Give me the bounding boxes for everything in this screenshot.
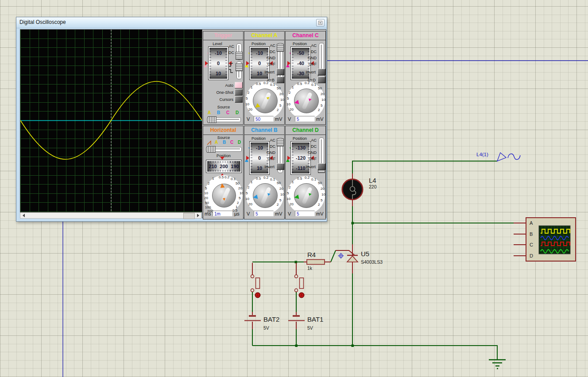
bat1-ref: BAT1 xyxy=(307,315,323,323)
bat1-value: 5V xyxy=(307,325,313,331)
gnd-label: GND xyxy=(258,56,275,60)
auto-label: Auto xyxy=(207,83,233,88)
volts-unit-label: V xyxy=(247,116,250,122)
drum-value: 0 xyxy=(217,61,220,66)
dc-label: DC xyxy=(299,144,317,149)
source-a-label: A xyxy=(215,140,218,145)
panel-channel-c: Channel C Position -50 -40 -30 AC DC GND… xyxy=(285,31,326,125)
source-b-label: B xyxy=(217,110,220,115)
drum-value: 10 xyxy=(216,71,221,76)
probe-l4-1[interactable]: L4(1) xyxy=(476,152,520,161)
drum-value: 200 xyxy=(220,164,228,169)
timebase-knob[interactable]: 1 0.5 0.2 0.1 2 5 10 20 50 100 200 50 20… xyxy=(204,177,244,214)
panel-title-channel-a: Channel A xyxy=(244,31,284,40)
invert-label: Invert xyxy=(289,165,316,169)
volts-unit-label: V xyxy=(288,211,291,216)
invert-label: Invert xyxy=(289,70,316,74)
control-panel: Trigger Level -10 0 10 AC DC xyxy=(202,29,326,218)
source-b-label: B xyxy=(223,140,226,145)
channel-d-invert-button[interactable] xyxy=(317,163,325,170)
panel-channel-a: Channel A Position -10 0 10 AC DC GND OF… xyxy=(244,31,285,125)
trigger-coupling-slider[interactable] xyxy=(236,43,242,60)
bat2-ref: BAT2 xyxy=(263,315,279,323)
window-titlebar[interactable]: Digital Oscilloscope ✕ xyxy=(16,17,327,28)
close-icon: ✕ xyxy=(318,21,323,25)
scroll-left-icon[interactable] xyxy=(20,213,27,218)
channel-b-gain-knob[interactable]: 0.5 0.2 0.1 1 2 5 10 20 50 20 10 5 2 xyxy=(245,177,285,215)
probe-label: L4(1) xyxy=(476,152,488,157)
channel-d-gain-knob[interactable]: 0.5 0.2 0.1 1 2 5 10 20 50 20 10 5 2 xyxy=(286,177,326,215)
off-label: OFF xyxy=(258,157,275,161)
panel-title-channel-b: Channel B xyxy=(244,126,284,135)
cursors-button[interactable] xyxy=(235,96,243,103)
scope-scrollbar[interactable] xyxy=(20,212,201,219)
lamp-l4[interactable]: L4 220 xyxy=(342,177,377,200)
source-d-label: D xyxy=(238,140,241,145)
us-unit-label: µs xyxy=(234,211,240,216)
gnd-label: GND xyxy=(258,150,275,155)
panel-trigger: Trigger Level -10 0 10 AC DC xyxy=(203,31,244,125)
auto-button[interactable] xyxy=(235,82,243,88)
one-shot-button[interactable] xyxy=(235,89,243,96)
horizontal-position-drum[interactable]: 210 200 190 xyxy=(206,160,242,173)
trigger-dc-label: DC xyxy=(217,50,234,55)
millivolts-unit-label: mV xyxy=(316,211,324,216)
timebase-value[interactable]: 1m xyxy=(213,211,232,216)
gnd-label: GND xyxy=(299,56,317,60)
channel-b-gain-value[interactable]: 5 xyxy=(254,211,274,216)
battery-bat2[interactable]: BAT2 5V xyxy=(244,315,279,331)
proteus-canvas: L4 220 L4(1) R4 1k U5 S4003LS3 xyxy=(0,0,588,377)
cursors-label: Cursors xyxy=(207,97,233,102)
ground-symbol[interactable] xyxy=(489,360,506,369)
channel-c-gain-value[interactable]: 5 xyxy=(295,116,315,122)
panel-title-channel-c: Channel C xyxy=(286,31,325,40)
oscilloscope-body: Trigger Level -10 0 10 AC DC xyxy=(18,28,325,219)
channel-b-invert-button[interactable] xyxy=(276,163,284,170)
invert-label: Invert xyxy=(248,165,275,169)
off-label: OFF xyxy=(299,157,317,161)
channel-a-gain-value[interactable]: 50 xyxy=(254,116,274,122)
source-d-label: D xyxy=(236,110,239,115)
horizontal-source-label: Source xyxy=(203,135,244,140)
scope-part[interactable]: A B C D xyxy=(526,218,576,261)
ramp-icon xyxy=(207,140,213,146)
resistor-r4[interactable]: R4 1k xyxy=(307,251,325,271)
scope-pin-b: B xyxy=(530,231,533,237)
channel-c-sum-button[interactable] xyxy=(317,77,325,83)
trigger-source-slider[interactable] xyxy=(207,117,241,122)
volts-unit-label: V xyxy=(247,211,250,216)
resistor-value: 1k xyxy=(307,265,313,271)
panel-title-horizontal: Horizontal xyxy=(203,126,243,135)
scroll-right-icon[interactable] xyxy=(195,213,201,218)
panel-channel-d: Channel D Position -130 -120 -110 AC DC … xyxy=(285,126,326,219)
panel-horizontal: Horizontal Source A B C D Position 210 2… xyxy=(203,126,244,219)
ac-label: AC xyxy=(299,138,317,142)
ac-label: AC xyxy=(258,43,275,48)
channel-c-invert-button[interactable] xyxy=(317,69,325,75)
horizontal-source-slider[interactable] xyxy=(206,147,242,152)
trigger-edge-slider[interactable] xyxy=(236,62,242,79)
channel-d-gain-value[interactable]: 5 xyxy=(295,211,315,216)
scope-display[interactable] xyxy=(20,29,202,212)
channel-a-invert-button[interactable] xyxy=(276,69,284,75)
panel-title-channel-d: Channel D xyxy=(286,126,325,135)
close-button[interactable]: ✕ xyxy=(316,19,325,27)
drum-value: 190 xyxy=(231,164,239,169)
scope-pin-a: A xyxy=(530,220,533,226)
channel-a-sum-button[interactable] xyxy=(276,77,284,83)
thyristor-u5[interactable]: U5 S4003LS3 xyxy=(338,250,383,265)
volts-unit-label: V xyxy=(288,116,291,122)
channel-a-gain-knob[interactable]: 0.5 0.2 0.1 1 2 5 10 20 50 20 10 5 2 xyxy=(245,83,285,120)
trigger-ac-label: AC xyxy=(217,44,234,49)
dc-label: DC xyxy=(258,50,275,54)
channel-c-gain-knob[interactable]: 0.5 0.2 0.1 1 2 5 10 20 50 20 10 5 2 xyxy=(286,83,326,120)
origin-crosshair-icon xyxy=(338,253,344,259)
invert-label: Invert xyxy=(248,70,275,74)
window-title: Digital Oscilloscope xyxy=(19,19,66,25)
scroll-thumb[interactable] xyxy=(183,213,195,219)
source-a-label: A xyxy=(208,110,211,115)
panel-title-trigger: Trigger xyxy=(203,31,243,40)
source-c-label: C xyxy=(226,110,229,115)
ac-label: AC xyxy=(299,43,317,48)
battery-bat1[interactable]: BAT1 5V xyxy=(288,315,323,331)
